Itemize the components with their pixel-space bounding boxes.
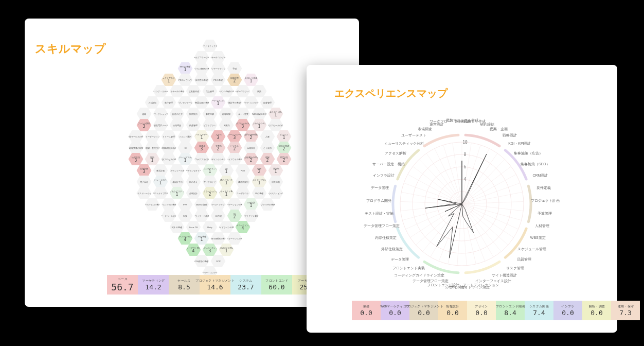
legend-value: 0.0: [591, 309, 602, 317]
hex-label: SEOの基礎: [180, 65, 190, 67]
hex-cell: デザインシンキング: [210, 152, 226, 166]
legend-cell: プロジェクトマネジメント0.0: [409, 301, 438, 320]
hex-label: データベース設計: [161, 215, 176, 217]
hex-label: 人脈: [265, 135, 270, 137]
skill-hex-chart: Googleアナリティクスの操作Googleタグマネージャ設定Googleサーチ…: [102, 39, 318, 271]
hex-label: 電子署名: [140, 181, 148, 183]
legend-value: 60.0: [269, 283, 284, 291]
hex-cell: 経済学の基礎: [194, 73, 209, 86]
radar-axis-label: KGI・KPI設計: [508, 141, 531, 146]
hex-cell: 組織: [136, 107, 152, 120]
hex-cell: モバイルコーディングの基礎4: [235, 220, 251, 234]
radar-axis-label: プログラム開発: [366, 198, 391, 203]
hex-label: フォント選択: [179, 135, 191, 137]
legend-label: システム開発: [529, 304, 549, 307]
hex-value: 1: [159, 181, 162, 185]
hex-cell: 周辺設計の基礎1: [219, 243, 234, 256]
hex-cell: ワークショップ: [153, 107, 168, 120]
hex-label: リリース管理: [163, 135, 175, 137]
hex-cell: 商品企画の基礎: [194, 96, 209, 109]
hex-label: イラストレーション: [136, 192, 152, 194]
hex-cell: 開発体制: [268, 175, 283, 188]
hex-label: コンピュータの仕組み: [153, 179, 168, 181]
hex-label: ビジネス: [280, 133, 288, 135]
legend-value: 0.0: [562, 309, 574, 317]
hex-value: 4: [192, 249, 195, 253]
hex-label: UIの考え: [189, 181, 198, 183]
hex-label: 話術: [150, 156, 154, 158]
hex-cell: Git2: [227, 209, 242, 222]
experience-radar-chart: 業務マニュアル作成見積もり作成契約締結提案・企画戦略設計KGI・KPI設計集客施…: [349, 108, 575, 293]
legend-label: マーケティング: [142, 279, 165, 282]
hex-cell: AWSの操作: [194, 198, 209, 211]
hex-cell: 社内アピールの仕方3: [235, 118, 251, 132]
hex-label: (?): [225, 167, 228, 169]
hex-value: 2: [234, 79, 236, 83]
legend-label: 情報設計: [446, 304, 459, 307]
hex-value: 1: [225, 181, 228, 185]
legend-label: 運用・保守: [617, 304, 634, 307]
hex-label: Font: [241, 169, 245, 171]
hex-label: CSS設計: [247, 201, 255, 203]
hex-cell: IAのノウハウ1: [219, 175, 234, 188]
legend-cell: インフラ0.0: [553, 301, 582, 320]
hex-cell: 自社事情の理解2: [243, 152, 259, 166]
hex-label: UIの基礎: [255, 192, 263, 194]
legend-cell: 情報設計0.0: [438, 301, 467, 320]
svg-line-45: [453, 143, 462, 204]
radar-tick-label: 4: [464, 177, 467, 182]
hex-label: マルチデバイスデザインの知識: [194, 133, 209, 135]
hex-label: CI: [184, 147, 186, 149]
hex-cell: 顧客管理: [260, 96, 275, 109]
hex-label: 個人アピールの仕方: [268, 124, 283, 126]
hex-value: 1: [176, 193, 178, 197]
hex-label: Web: [257, 167, 261, 169]
hex-value: 1: [283, 136, 285, 140]
hex-label: 理解: [265, 156, 270, 158]
hex-cell: 自社サービスの理解: [128, 130, 144, 143]
hex-cell: 各設計手法: [169, 175, 185, 188]
hex-cell: 予測: [227, 62, 242, 75]
radar-axis-label: サーバー設定・構築: [372, 162, 405, 167]
hex-cell: UIの考え: [186, 175, 201, 188]
hex-cell: 観察技法: [186, 107, 201, 120]
hex-label: 法規制: [273, 167, 279, 169]
hex-cell: PRのノウハウ: [177, 73, 193, 86]
hex-cell: SQL: [177, 209, 193, 222]
legend-cell: セールス8.5: [169, 275, 200, 295]
hex-value: 1: [225, 249, 228, 253]
hex-cell: 事業理解: [202, 107, 218, 120]
hex-cell: 分析設計: [186, 186, 201, 200]
hex-cell: レイアウト実装4: [186, 243, 201, 256]
radar-tick-label: 10: [462, 140, 468, 145]
hex-cell: ハイフィデリティマップの制作: [210, 198, 226, 211]
hex-value: 3: [242, 125, 244, 129]
legend-value: 0.0: [446, 309, 458, 317]
hex-cell: ブラウザの基礎: [260, 198, 275, 211]
hex-label: ワークショップ: [153, 113, 168, 115]
legend-label: プロジェクトマネジメント: [404, 304, 443, 307]
hex-label: コンポーネント: [203, 167, 217, 169]
legend-label: フロントエンド開発: [496, 304, 525, 307]
legend-label: プロジェクトマネジメント: [195, 279, 235, 282]
hex-cell: プロトタイプ作成: [153, 186, 168, 200]
radar-axis-label: 提案・企画: [490, 127, 508, 132]
radar-axis-label: WBS策定: [530, 235, 546, 240]
hex-label: インフラの基礎: [162, 203, 176, 205]
hex-label: 構造法規則: [238, 181, 248, 183]
legend-label: フロントエンド: [265, 279, 288, 282]
hex-label: 予測: [232, 67, 237, 70]
hex-label: プラグインの基礎: [145, 203, 160, 205]
hex-cell: (?)1: [219, 164, 234, 177]
hex-label: 顧客管理: [263, 101, 272, 103]
hex-cell: インタラクションの知識: [268, 186, 283, 200]
hex-label: 図解・表現技法: [145, 147, 159, 149]
hex-label: 商品企画の基礎: [194, 101, 209, 103]
experience-legend: 業務0.0Webマーケティング0.0プロジェクトマネジメント0.0情報設計0.0…: [352, 301, 640, 320]
hex-cell: 進行管理: [161, 96, 176, 109]
hex-cell: 構造法規則: [235, 175, 251, 188]
hex-label: JSの基礎: [198, 235, 206, 237]
radar-axis-label: コーディングガイドライン策定: [394, 273, 444, 278]
hex-label: PRの基礎: [213, 79, 223, 81]
hex-label: 提案書作成: [188, 90, 199, 92]
